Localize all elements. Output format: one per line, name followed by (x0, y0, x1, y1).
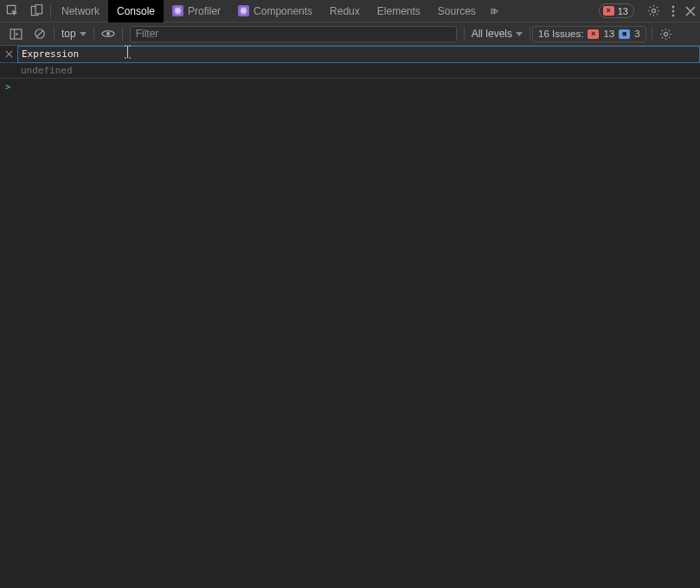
tab-network[interactable]: Network (53, 0, 108, 22)
tab-label: Profiler (188, 5, 221, 17)
svg-rect-2 (35, 4, 42, 13)
log-levels-picker[interactable]: All levels (466, 28, 528, 40)
tab-label: Network (61, 5, 100, 17)
console-settings-gear-icon[interactable] (654, 22, 678, 45)
live-expression-row (0, 46, 700, 63)
error-icon: × (588, 29, 599, 39)
svg-point-7 (243, 10, 245, 12)
react-icon (238, 5, 249, 16)
prompt-caret-icon: > (5, 81, 11, 93)
tab-elements[interactable]: Elements (369, 0, 429, 22)
tab-label: Elements (377, 5, 421, 17)
tab-redux[interactable]: Redux (321, 0, 369, 22)
divider (93, 27, 94, 41)
divider (530, 27, 530, 41)
more-tabs-icon[interactable] (485, 0, 504, 22)
svg-point-20 (665, 32, 668, 35)
settings-gear-icon[interactable] (641, 0, 665, 22)
live-expression-result: undefined (0, 63, 700, 79)
console-toolbar: top All levels 16 Issues: × 13 ■ 3 (0, 22, 700, 46)
toggle-sidebar-icon[interactable] (3, 22, 28, 45)
tab-console[interactable]: Console (108, 0, 164, 22)
levels-label: All levels (472, 28, 512, 40)
divider (652, 27, 652, 41)
live-expression-input[interactable] (17, 46, 700, 63)
chevron-down-icon (80, 32, 87, 36)
context-label: top (61, 28, 76, 40)
svg-point-3 (177, 10, 179, 12)
close-icon[interactable] (0, 46, 17, 63)
devtools-tabbar: Network Console Profiler Components Redu… (0, 0, 700, 22)
svg-point-14 (672, 14, 675, 16)
error-count-pill[interactable]: × 13 (599, 3, 634, 18)
console-filter-input[interactable] (130, 26, 457, 42)
react-icon (172, 5, 183, 16)
clear-console-icon[interactable] (28, 22, 52, 45)
tab-label: Redux (330, 5, 360, 17)
tab-components[interactable]: Components (229, 0, 321, 22)
tabbar-right: × 13 (599, 0, 700, 22)
svg-line-18 (37, 31, 43, 37)
tab-sources[interactable]: Sources (429, 0, 485, 22)
tab-label: Components (254, 5, 312, 17)
tab-profiler[interactable]: Profiler (164, 0, 229, 22)
issues-label: 16 Issues: (538, 29, 583, 39)
issues-error-count: 13 (603, 29, 614, 39)
svg-point-12 (672, 5, 675, 8)
divider (50, 4, 51, 18)
svg-point-19 (106, 32, 110, 35)
error-icon: × (603, 6, 614, 16)
info-icon: ■ (619, 29, 630, 39)
close-devtools-icon[interactable] (681, 0, 700, 22)
device-toolbar-icon[interactable] (24, 0, 48, 22)
execution-context-picker[interactable]: top (56, 28, 92, 40)
divider (122, 27, 123, 41)
inspect-element-icon[interactable] (0, 0, 24, 22)
tab-label: Console (117, 5, 155, 17)
result-value: undefined (21, 65, 73, 76)
kebab-menu-icon[interactable] (665, 0, 681, 22)
live-expression-eye-icon[interactable] (96, 22, 120, 45)
issues-pill[interactable]: 16 Issues: × 13 ■ 3 (532, 26, 646, 42)
console-body[interactable]: > (0, 79, 700, 588)
issues-info-count: 3 (634, 29, 639, 39)
divider (464, 27, 465, 41)
svg-point-13 (672, 10, 675, 12)
divider (54, 27, 55, 41)
console-prompt[interactable]: > (0, 79, 700, 94)
svg-point-11 (652, 9, 655, 12)
tab-label: Sources (438, 5, 476, 17)
error-count: 13 (618, 6, 628, 16)
chevron-down-icon (516, 32, 523, 36)
tabbar-left: Network Console Profiler Components Redu… (0, 0, 504, 22)
